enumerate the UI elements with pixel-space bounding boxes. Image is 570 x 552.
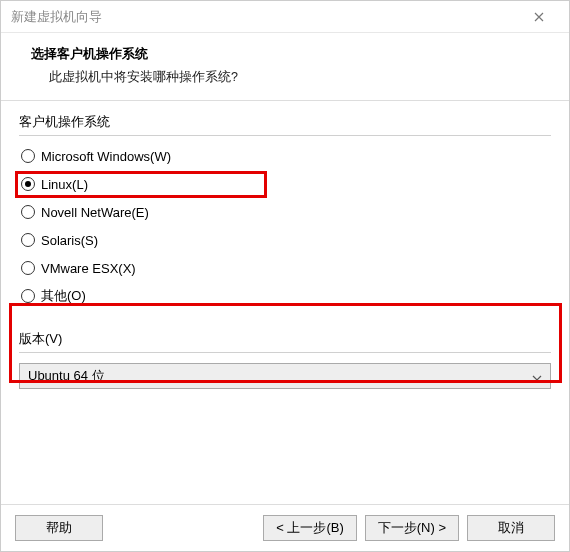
os-radio-list: Microsoft Windows(W) Linux(L) Novell Net… (19, 146, 551, 306)
radio-icon (21, 205, 35, 219)
wizard-footer: 帮助 < 上一步(B) 下一步(N) > 取消 (1, 504, 569, 551)
radio-label: Solaris(S) (41, 233, 98, 248)
os-radio-windows[interactable]: Microsoft Windows(W) (21, 146, 551, 166)
next-button[interactable]: 下一步(N) > (365, 515, 459, 541)
radio-icon (21, 149, 35, 163)
window-title: 新建虚拟机向导 (11, 8, 519, 26)
radio-icon (21, 261, 35, 275)
os-radio-solaris[interactable]: Solaris(S) (21, 230, 551, 250)
titlebar: 新建虚拟机向导 (1, 1, 569, 33)
radio-label: VMware ESX(X) (41, 261, 136, 276)
annotation-highlight (15, 171, 267, 198)
radio-label: Novell NetWare(E) (41, 205, 149, 220)
os-group-label: 客户机操作系统 (19, 113, 551, 131)
help-button[interactable]: 帮助 (15, 515, 103, 541)
back-button[interactable]: < 上一步(B) (263, 515, 357, 541)
annotation-highlight (9, 303, 562, 383)
radio-icon (21, 289, 35, 303)
cancel-button[interactable]: 取消 (467, 515, 555, 541)
header-title: 选择客户机操作系统 (31, 45, 545, 63)
wizard-header: 选择客户机操作系统 此虚拟机中将安装哪种操作系统? (1, 33, 569, 101)
os-radio-esx[interactable]: VMware ESX(X) (21, 258, 551, 278)
radio-label: Microsoft Windows(W) (41, 149, 171, 164)
close-button[interactable] (519, 1, 559, 32)
os-radio-novell[interactable]: Novell NetWare(E) (21, 202, 551, 222)
header-subtitle: 此虚拟机中将安装哪种操作系统? (31, 69, 545, 86)
close-icon (534, 9, 544, 25)
divider (19, 135, 551, 136)
radio-icon (21, 233, 35, 247)
